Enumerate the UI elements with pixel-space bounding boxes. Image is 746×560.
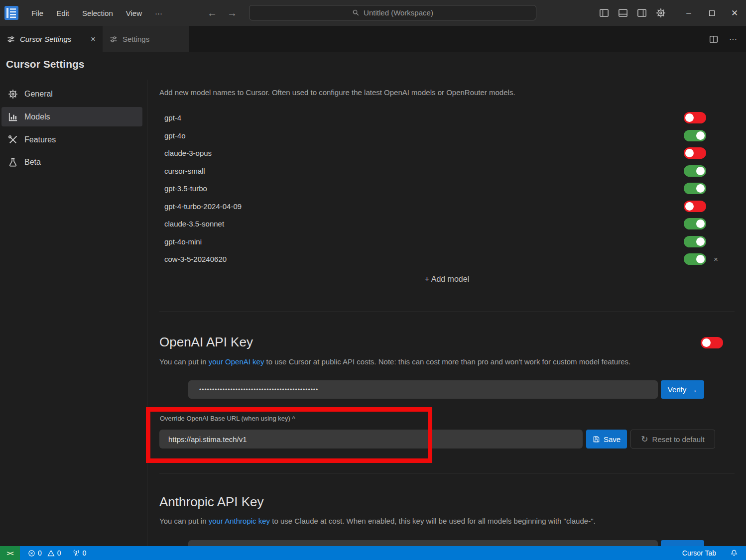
error-count: 0 [38,549,42,557]
sidebar-item-label: Beta [24,158,41,167]
bell-icon[interactable] [730,549,738,557]
toggle-knob [696,131,705,140]
add-model-button[interactable]: + Add model [159,275,735,284]
menu-selection[interactable]: Selection [76,9,120,17]
model-row: cow-3-5-20240620× [164,250,735,268]
model-toggle[interactable] [684,201,706,212]
ports-indicator[interactable]: 0 [72,549,87,557]
settings-gear-icon[interactable] [651,0,670,26]
model-name: gpt-4o [164,131,684,140]
arrow-right-icon: → [690,385,697,394]
model-toggle[interactable] [684,130,706,141]
tab-cursor-settings[interactable]: Cursor Settings × [0,26,103,52]
menu-view[interactable]: View [120,9,148,17]
settings-main-panel: Add new model names to Cursor. Often use… [159,80,735,546]
more-actions-icon[interactable]: ··· [729,35,737,44]
forward-arrow-icon[interactable]: → [227,7,237,19]
window-maximize-button[interactable] [700,0,723,26]
gear-icon [8,89,18,99]
model-toggle[interactable] [684,112,706,123]
description-text: to use Cursor at public API costs. Note:… [264,357,630,366]
override-label-text: Override OpenAI Base URL (when using key… [160,415,290,422]
reset-icon: ↻ [641,434,648,445]
sidebar-item-beta[interactable]: Beta [1,152,142,172]
openai-section-title: OpenAI API Key [159,335,253,350]
verify-button[interactable]: Verify → [661,380,704,399]
model-toggle[interactable] [684,218,706,229]
model-name: cow-3-5-20240620 [164,255,684,263]
sidebar-item-features[interactable]: Features [1,130,142,149]
settings-sidebar: General Models Features [0,80,147,546]
back-arrow-icon[interactable]: ← [207,7,217,19]
model-toggle[interactable] [684,253,706,265]
description-text: to use Claude at cost. When enabled, thi… [270,517,596,525]
layout-sidebar-left-icon[interactable] [595,0,614,26]
anthropic-section-title: Anthropic API Key [159,494,264,510]
tab-settings[interactable]: Settings [103,26,189,52]
model-toggle[interactable] [684,165,706,177]
warning-count: 0 [57,549,61,557]
model-toggle[interactable] [684,147,706,159]
model-row: claude-3-opus [164,144,735,162]
editor-actions: ··· [709,26,746,52]
remove-slot: × [706,255,735,263]
model-name: claude-3.5-sonnet [164,220,684,228]
model-toggle[interactable] [684,183,706,194]
toggle-knob [702,338,711,347]
close-icon[interactable]: × [91,34,96,44]
openai-key-link[interactable]: your OpenAI key [209,357,264,366]
problems-indicator[interactable]: 0 0 [28,549,61,557]
menu-file[interactable]: File [25,9,50,17]
override-base-url-input[interactable]: https://api.stima.tech/v1 [159,430,583,448]
tools-icon [8,135,18,145]
remove-model-icon[interactable]: × [714,255,718,263]
model-row: gpt-4 [164,109,735,127]
radio-tower-icon [72,549,80,557]
floppy-save-icon [593,436,600,443]
section-divider [159,312,735,312]
statusbar-right: Cursor Tab [682,549,746,557]
tab-label: Cursor Settings [20,35,71,43]
layout-sidebar-right-icon[interactable] [632,0,651,26]
warning-triangle-icon [47,550,55,557]
remote-indicator[interactable]: >< [0,546,20,560]
statusbar: >< 0 0 0 Cursor Tab [0,546,746,560]
model-name: gpt-3.5-turbo [164,184,684,193]
cursor-tab-status[interactable]: Cursor Tab [682,549,716,557]
model-name: gpt-4 [164,113,684,122]
menu-more-icon[interactable]: ··· [148,9,169,17]
model-row: claude-3.5-sonnet [164,215,735,233]
chevron-up-icon[interactable]: ^ [292,415,295,422]
sidebar-item-label: Features [24,135,56,144]
openai-key-toggle[interactable] [701,337,723,348]
models-description: Add new model names to Cursor. Often use… [159,88,515,97]
reset-to-default-button[interactable]: ↻ Reset to default [630,430,715,448]
window-close-button[interactable]: ✕ [723,0,746,26]
menu-edit[interactable]: Edit [50,9,76,17]
window-minimize-button[interactable]: – [677,0,700,26]
override-url-value: https://api.stima.tech/v1 [159,435,247,444]
model-name: cursor-small [164,167,684,175]
sidebar-item-models[interactable]: Models [1,107,142,126]
anthropic-key-link[interactable]: your Anthropic key [209,517,270,525]
model-row: gpt-4o-mini [164,233,735,251]
toggle-knob [685,113,694,122]
save-label: Save [604,435,621,444]
split-editor-icon[interactable] [709,35,718,44]
description-text: You can put in [159,517,209,525]
titlebar: File Edit Selection View ··· ← → Untitle… [0,0,746,26]
toggle-knob [696,167,705,175]
command-center-search[interactable]: Untitled (Workspace) [249,5,536,20]
model-name: claude-3-opus [164,149,684,157]
sidebar-item-label: Models [24,112,50,121]
toggle-knob [696,237,705,246]
openai-key-input[interactable]: ••••••••••••••••••••••••••••••••••••••••… [188,380,658,399]
model-toggle[interactable] [684,236,706,247]
maximize-icon [709,10,715,16]
menubar: File Edit Selection View ··· [25,9,169,17]
beaker-icon [8,157,18,167]
layout-panel-icon[interactable] [614,0,632,26]
save-button[interactable]: Save [586,430,627,448]
tab-label: Settings [123,35,149,43]
sidebar-item-general[interactable]: General [1,84,142,104]
